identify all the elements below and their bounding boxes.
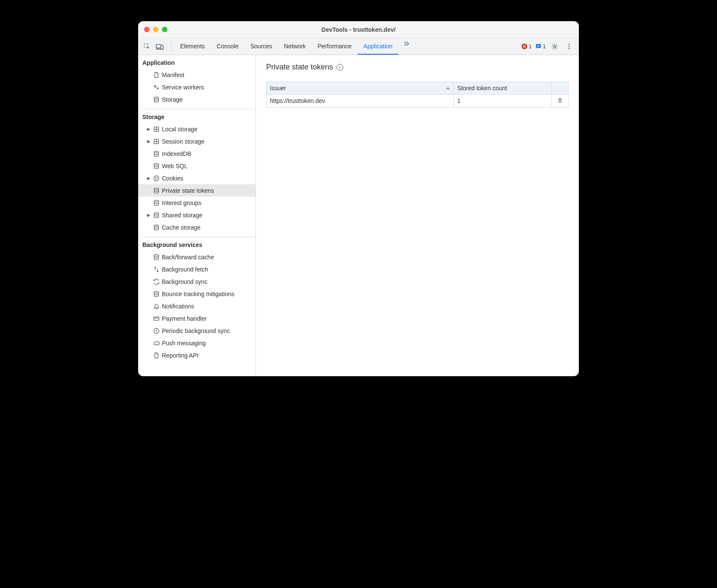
sidebar-item-label: Bounce tracking mitigations	[161, 291, 234, 297]
sidebar-item-private-state-tokens[interactable]: ▶Private state tokens	[138, 184, 256, 197]
svg-point-11	[154, 97, 159, 99]
svg-point-8	[569, 48, 570, 49]
gears-icon	[152, 84, 161, 91]
sidebar-item-manifest[interactable]: ▶Manifest	[138, 69, 256, 81]
sidebar-item-label: Background fetch	[161, 266, 208, 273]
disclosure-triangle-icon[interactable]: ▶	[146, 176, 152, 180]
tokens-table: Issuer Stored token count https://trustt…	[266, 82, 569, 108]
sidebar-item-background-sync[interactable]: ▶Background sync	[138, 275, 256, 288]
sidebar-item-label: Notifications	[161, 303, 194, 310]
sidebar-item-label: Interest groups	[161, 200, 201, 206]
db-icon	[152, 150, 161, 157]
svg-point-24	[154, 255, 159, 256]
sidebar-item-cache-storage[interactable]: ▶Cache storage	[138, 221, 256, 233]
more-menu-icon[interactable]	[564, 41, 575, 52]
settings-gear-icon[interactable]	[549, 41, 560, 52]
titlebar: DevTools - trusttoken.dev/	[138, 21, 579, 38]
svg-rect-2	[161, 45, 164, 49]
svg-point-25	[154, 291, 159, 293]
db-icon	[152, 224, 161, 231]
tab-console[interactable]: Console	[211, 38, 244, 55]
svg-point-21	[154, 200, 159, 202]
section-header-application: Application	[138, 55, 256, 69]
sidebar-item-back-forward-cache[interactable]: ▶Back/forward cache	[138, 251, 256, 263]
sidebar-item-local-storage[interactable]: ▶Local storage	[138, 123, 256, 135]
svg-point-19	[156, 179, 156, 179]
sidebar-item-push-messaging[interactable]: ▶Push messaging	[138, 337, 256, 349]
panel-title: Private state tokens i	[266, 63, 569, 72]
disclosure-triangle-icon[interactable]: ▶	[146, 213, 152, 217]
tab-performance[interactable]: Performance	[311, 38, 357, 55]
arrows-icon	[152, 266, 161, 273]
tab-application[interactable]: Application	[358, 38, 399, 55]
sidebar-item-web-sql[interactable]: ▶Web SQL	[138, 160, 256, 172]
sidebar-item-shared-storage[interactable]: ▶Shared storage	[138, 209, 256, 221]
svg-point-9	[155, 86, 156, 87]
sidebar-item-storage[interactable]: ▶Storage	[138, 93, 256, 105]
svg-point-23	[154, 225, 159, 227]
error-count-value: 1	[529, 43, 532, 50]
card-icon	[152, 315, 161, 322]
disclosure-triangle-icon[interactable]: ▶	[146, 127, 152, 131]
svg-point-20	[154, 188, 159, 190]
table-row[interactable]: https://trusttoken.dev1	[267, 94, 569, 108]
sort-indicator-icon	[446, 87, 450, 89]
minimize-window-button[interactable]	[153, 27, 158, 32]
tab-network[interactable]: Network	[278, 38, 311, 55]
section-header-storage: Storage	[138, 109, 256, 123]
window-title: DevTools - trusttoken.dev/	[138, 26, 579, 33]
sidebar-item-reporting-api[interactable]: ▶Reporting API	[138, 349, 256, 361]
db-icon	[152, 96, 161, 103]
sidebar-item-payment-handler[interactable]: ▶Payment handler	[138, 312, 256, 325]
cloud-icon	[152, 340, 161, 347]
svg-point-22	[154, 213, 159, 214]
svg-rect-4	[536, 44, 541, 48]
sidebar-item-session-storage[interactable]: ▶Session storage	[138, 135, 256, 147]
grid-icon	[152, 138, 161, 145]
db-icon	[152, 187, 161, 194]
disclosure-triangle-icon[interactable]: ▶	[146, 139, 152, 144]
db-icon	[152, 254, 161, 261]
device-toolbar-icon[interactable]	[154, 41, 165, 52]
svg-point-5	[554, 45, 556, 47]
sidebar-item-label: Web SQL	[161, 163, 187, 169]
sidebar-item-notifications[interactable]: ▶Notifications	[138, 300, 256, 312]
sidebar-item-label: Session storage	[161, 138, 204, 145]
cell-actions	[552, 94, 569, 108]
tab-elements[interactable]: Elements	[174, 38, 211, 55]
sidebar-item-periodic-background-sync[interactable]: ▶Periodic background sync	[138, 325, 256, 337]
svg-point-16	[154, 176, 159, 181]
sidebar-item-interest-groups[interactable]: ▶Interest groups	[138, 197, 256, 209]
svg-rect-26	[154, 317, 159, 320]
svg-point-15	[154, 164, 159, 165]
toolbar-divider	[171, 42, 172, 52]
sidebar-item-indexeddb[interactable]: ▶IndexedDB	[138, 147, 256, 160]
db-icon	[152, 163, 161, 169]
bell-icon	[152, 303, 161, 310]
issue-count[interactable]: 1	[535, 43, 546, 50]
sidebar-item-service-workers[interactable]: ▶Service workers	[138, 81, 256, 93]
more-tabs-icon[interactable]	[401, 38, 412, 49]
issue-count-value: 1	[543, 43, 546, 50]
sidebar-item-cookies[interactable]: ▶Cookies	[138, 172, 256, 184]
inspect-element-icon[interactable]	[142, 41, 153, 52]
sidebar-item-label: Storage	[161, 96, 183, 103]
sidebar-item-label: Push messaging	[161, 340, 206, 347]
devtools-window: DevTools - trusttoken.dev/ Elements Con	[138, 21, 579, 376]
svg-point-6	[569, 44, 570, 45]
column-header-count[interactable]: Stored token count	[454, 82, 552, 94]
sidebar[interactable]: Application ▶Manifest▶Service workers▶St…	[138, 55, 256, 376]
cookie-icon	[152, 175, 161, 182]
sidebar-item-background-fetch[interactable]: ▶Background fetch	[138, 263, 256, 275]
sidebar-item-bounce-tracking-mitigations[interactable]: ▶Bounce tracking mitigations	[138, 288, 256, 300]
fullscreen-window-button[interactable]	[162, 27, 167, 32]
close-window-button[interactable]	[144, 27, 150, 32]
delete-icon[interactable]	[557, 97, 563, 103]
sidebar-item-label: Local storage	[161, 126, 197, 133]
info-icon[interactable]: i	[336, 64, 343, 71]
error-count[interactable]: 1	[521, 43, 532, 50]
sync-icon	[152, 278, 161, 285]
db-icon	[152, 291, 161, 297]
column-header-issuer[interactable]: Issuer	[267, 82, 454, 94]
tab-sources[interactable]: Sources	[245, 38, 278, 55]
